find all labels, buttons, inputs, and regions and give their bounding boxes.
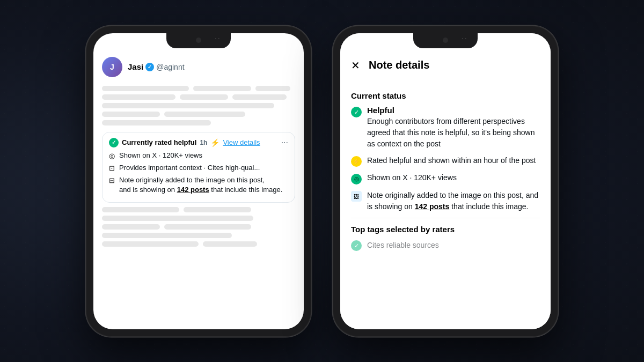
helpful-title: Helpful <box>367 106 540 115</box>
lightning-status-icon: ⚡ <box>351 156 362 167</box>
tweet-header: J Jasi ✓ @aginnt <box>93 53 304 83</box>
note-header: ✕ Note details <box>340 53 551 79</box>
phone-2-notch <box>413 33 478 48</box>
green-check-icon-2: ✓ <box>351 107 362 117</box>
shown-on-icon: ◎ <box>351 173 362 184</box>
sk <box>102 207 179 212</box>
sk <box>180 94 228 100</box>
sk <box>184 207 251 212</box>
phone-1: J Jasi ✓ @aginnt <box>86 26 311 337</box>
photo-icon: ⊟ <box>109 176 115 186</box>
helpful-check-icon: ✓ <box>351 107 362 118</box>
sk <box>102 224 160 230</box>
lightning-icon: ⚡ <box>210 138 219 147</box>
sk <box>203 241 257 247</box>
tag-green-check: ✓ <box>351 240 362 251</box>
note-image-text: Note originally added to the image on th… <box>119 175 282 195</box>
lightning-text: Rated helpful and shown within an hour o… <box>367 155 536 166</box>
phone-2-screen: ✕ Note details Current status ✓ Helpful … <box>340 33 551 329</box>
shown-on-status-item: ◎ Shown on X · 120K+ views <box>351 172 540 184</box>
posts-link-2[interactable]: 142 posts <box>415 202 450 211</box>
note-image-icon: 🖼 <box>351 191 362 202</box>
provides-text: Provides important context · Cites high-… <box>119 163 260 173</box>
cn-note-image-row: ⊟ Note originally added to the image on … <box>109 175 288 195</box>
time-badge: 1h <box>200 139 207 146</box>
posts-link[interactable]: 142 posts <box>177 186 209 194</box>
current-status-section-title: Current status <box>351 91 540 100</box>
skeleton-row-b2 <box>102 224 295 230</box>
sk <box>255 86 290 91</box>
cn-helpful: ✓ Currently rated helpful 1h ⚡ View deta… <box>109 138 260 147</box>
phone-1-notch <box>166 33 231 48</box>
helpful-status-text: Helpful Enough contributors from differe… <box>367 106 540 150</box>
user-name: Jasi <box>128 62 143 71</box>
dots-menu[interactable]: ··· <box>281 138 288 147</box>
close-button[interactable]: ✕ <box>351 59 360 72</box>
divider <box>351 218 540 218</box>
note-content: Current status ✓ Helpful Enough contribu… <box>340 79 551 261</box>
shown-on-text: Shown on X · 120K+ views <box>119 151 202 160</box>
sk <box>102 241 199 247</box>
cn-top-row: ✓ Currently rated helpful 1h ⚡ View deta… <box>109 138 288 147</box>
sk <box>164 112 245 117</box>
cn-provides-row: ⊡ Provides important context · Cites hig… <box>109 163 288 173</box>
skeleton-line <box>102 103 274 108</box>
tweet-screen: J Jasi ✓ @aginnt <box>93 33 304 329</box>
note-title: Note details <box>369 59 429 71</box>
skeleton-row-1 <box>102 86 295 91</box>
cn-shown-on-row: ◎ Shown on X · 120K+ views <box>109 151 288 161</box>
sk <box>164 224 251 230</box>
note-screen: ✕ Note details Current status ✓ Helpful … <box>340 33 551 329</box>
image-icon-2: 🖼 <box>351 191 362 202</box>
skeleton-line <box>102 216 253 221</box>
community-notes-bar: ✓ Currently rated helpful 1h ⚡ View deta… <box>102 132 295 203</box>
phones-container: J Jasi ✓ @aginnt <box>0 0 644 362</box>
user-handle: @aginnt <box>156 63 184 71</box>
top-tags-section: Top tags selected by raters ✓ Cites reli… <box>351 225 540 252</box>
tag-item-1: ✓ Cites reliable sources <box>351 239 540 252</box>
skeleton-row-b3 <box>102 241 295 247</box>
green-check-icon: ✓ <box>109 138 119 147</box>
lightning-status-item: ⚡ Rated helpful and shown within an hour… <box>351 155 540 167</box>
eye-icon: ◎ <box>109 151 115 161</box>
lightning-icon-2: ⚡ <box>351 156 362 167</box>
note-image-status-item: 🖼 Note originally added to the image on … <box>351 190 540 212</box>
verified-icon: ✓ <box>145 63 154 71</box>
phone-2: ✕ Note details Current status ✓ Helpful … <box>333 26 558 337</box>
bottom-skeletons <box>93 207 304 247</box>
skeleton-row-3 <box>102 112 295 117</box>
image-icon: ⊡ <box>109 164 115 173</box>
skeleton-row-b1 <box>102 207 295 212</box>
helpful-status-item: ✓ Helpful Enough contributors from diffe… <box>351 106 540 150</box>
sk <box>193 86 251 91</box>
user-info: Jasi ✓ @aginnt <box>128 62 185 71</box>
note-image-status-text: Note originally added to the image on th… <box>367 190 540 212</box>
skeleton-line <box>102 120 211 125</box>
helpful-desc: Enough contributors from different persp… <box>367 117 535 148</box>
phone-1-screen: J Jasi ✓ @aginnt <box>93 33 304 329</box>
helpful-label: Currently rated helpful <box>122 138 196 146</box>
skeleton-line <box>102 233 232 238</box>
skeleton-row-2 <box>102 94 295 100</box>
sk <box>232 94 287 100</box>
sk <box>102 94 175 100</box>
sk <box>102 112 160 117</box>
sk <box>102 86 189 91</box>
tag-check-icon: ✓ <box>351 240 362 252</box>
eye-icon-2: ◎ <box>351 174 362 184</box>
avatar: J <box>102 57 122 77</box>
shown-on-status-text: Shown on X · 120K+ views <box>367 172 457 183</box>
view-details-link[interactable]: View details <box>223 138 260 146</box>
tag-1-text: Cites reliable sources <box>367 241 439 249</box>
top-tags-title: Top tags selected by raters <box>351 225 540 234</box>
